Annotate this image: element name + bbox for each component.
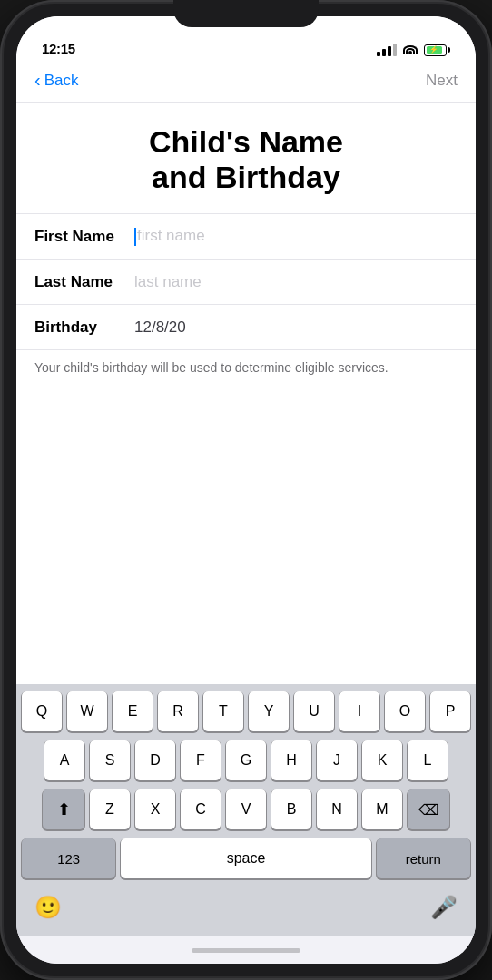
last-name-row: Last Name last name: [16, 260, 476, 305]
wifi-icon: [402, 44, 418, 56]
key-t[interactable]: T: [203, 691, 243, 731]
numbers-key[interactable]: 123: [22, 838, 115, 878]
key-n[interactable]: N: [317, 789, 357, 829]
key-e[interactable]: E: [113, 691, 153, 731]
signal-bars: [377, 44, 397, 56]
first-name-label: First Name: [34, 228, 134, 246]
keyboard-bottom-bar: 🙂 🎤: [16, 887, 476, 936]
key-v[interactable]: V: [226, 789, 266, 829]
key-j[interactable]: J: [317, 740, 357, 780]
key-i[interactable]: I: [339, 691, 379, 731]
key-b[interactable]: B: [271, 789, 311, 829]
next-button[interactable]: Next: [426, 72, 458, 90]
shift-key[interactable]: ⬆: [43, 789, 84, 829]
last-name-label: Last Name: [34, 273, 134, 291]
first-name-row: First Name first name: [16, 214, 476, 260]
first-name-placeholder: first name: [137, 227, 205, 244]
key-m[interactable]: M: [362, 789, 402, 829]
key-w[interactable]: W: [67, 691, 107, 731]
space-key[interactable]: space: [121, 838, 370, 878]
backspace-key[interactable]: ⌫: [408, 789, 449, 829]
keyboard-row-1: Q W E R T Y U I O P: [22, 691, 470, 731]
dictation-button[interactable]: 🎤: [430, 895, 458, 920]
key-h[interactable]: H: [271, 740, 311, 780]
keyboard-row-3: ⬆ Z X C V B N M ⌫: [22, 789, 470, 829]
chevron-left-icon: ‹: [34, 70, 41, 91]
key-f[interactable]: F: [181, 740, 221, 780]
back-button[interactable]: ‹ Back: [34, 71, 78, 91]
back-label: Back: [44, 72, 79, 90]
status-icons: [377, 44, 450, 56]
text-cursor: [134, 228, 136, 246]
key-q[interactable]: Q: [22, 691, 62, 731]
screen: 12:15 ‹: [16, 16, 476, 964]
form-section: First Name first name Last Name last nam…: [16, 214, 476, 392]
birthday-label: Birthday: [34, 318, 134, 337]
key-o[interactable]: O: [385, 691, 425, 731]
key-z[interactable]: Z: [90, 789, 130, 829]
birthday-row: Birthday 12/8/20: [16, 305, 476, 350]
phone-frame: 12:15 ‹: [0, 0, 492, 980]
title-section: Child's Nameand Birthday: [16, 103, 476, 214]
key-p[interactable]: P: [430, 691, 470, 731]
nav-bar: ‹ Back Next: [16, 62, 476, 103]
key-g[interactable]: G: [226, 740, 266, 780]
home-bar: [192, 948, 300, 953]
key-d[interactable]: D: [135, 740, 175, 780]
first-name-input[interactable]: first name: [134, 227, 458, 246]
helper-text: Your child's birthday will be used to de…: [16, 350, 476, 392]
key-c[interactable]: C: [181, 789, 221, 829]
keyboard: Q W E R T Y U I O P A S D F G: [16, 684, 476, 936]
key-u[interactable]: U: [294, 691, 334, 731]
keyboard-row-2: A S D F G H J K L: [22, 740, 470, 780]
keyboard-keys: Q W E R T Y U I O P A S D F G: [16, 684, 476, 887]
key-x[interactable]: X: [135, 789, 175, 829]
last-name-input[interactable]: last name: [134, 273, 458, 291]
key-r[interactable]: R: [158, 691, 198, 731]
content-area: Child's Nameand Birthday First Name firs…: [16, 103, 476, 684]
key-l[interactable]: L: [408, 740, 448, 780]
notch: [173, 0, 319, 27]
key-a[interactable]: A: [44, 740, 84, 780]
home-indicator: [16, 936, 476, 964]
key-k[interactable]: K: [362, 740, 402, 780]
battery-icon: [424, 44, 450, 56]
status-time: 12:15: [42, 41, 75, 56]
page-title: Child's Nameand Birthday: [44, 124, 448, 195]
key-y[interactable]: Y: [249, 691, 289, 731]
return-key[interactable]: return: [377, 838, 470, 878]
keyboard-row-4: 123 space return: [22, 838, 470, 878]
key-s[interactable]: S: [90, 740, 130, 780]
last-name-placeholder: last name: [134, 273, 202, 290]
emoji-button[interactable]: 🙂: [34, 895, 62, 920]
birthday-input[interactable]: 12/8/20: [134, 318, 458, 337]
